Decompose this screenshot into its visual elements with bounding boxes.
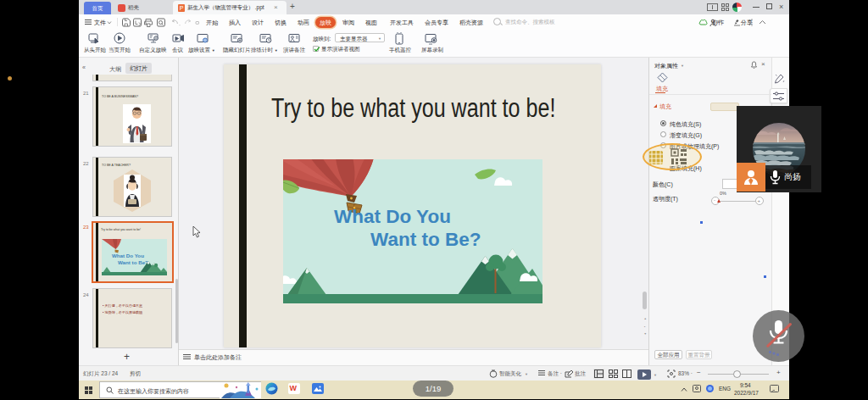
svg-text:Want to Be?: Want to Be?	[118, 259, 148, 265]
svg-text:Want to Be?: Want to Be?	[370, 229, 481, 250]
svg-text:What Do You: What Do You	[334, 206, 451, 227]
svg-text:What Do You: What Do You	[112, 253, 144, 258]
